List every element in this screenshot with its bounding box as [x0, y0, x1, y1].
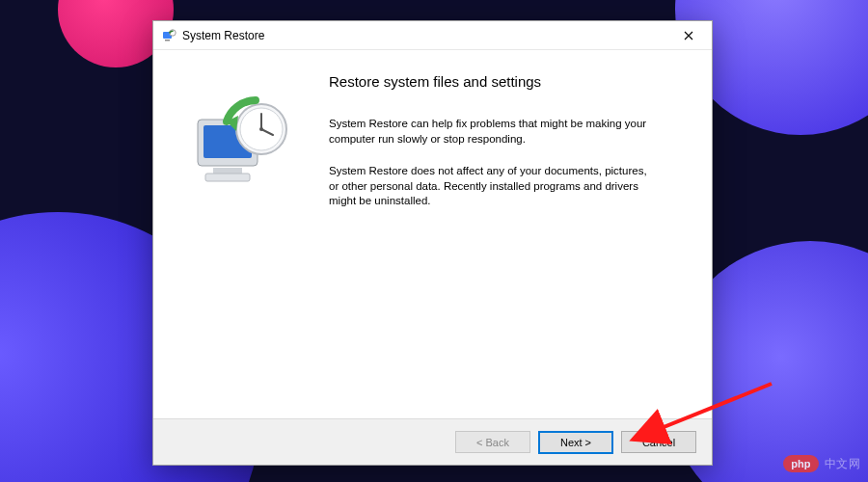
desktop-wallpaper: System Restore	[0, 0, 868, 482]
close-button[interactable]	[666, 21, 710, 49]
next-button[interactable]: Next >	[538, 431, 613, 454]
svg-rect-7	[205, 174, 250, 181]
svg-rect-1	[165, 40, 170, 41]
window-title: System Restore	[182, 29, 666, 42]
close-icon	[684, 27, 693, 44]
dialog-footer: < Back Next > Cancel	[153, 418, 712, 465]
cancel-button[interactable]: Cancel	[621, 431, 696, 453]
wizard-paragraph: System Restore can help fix problems tha…	[329, 117, 647, 147]
svg-rect-6	[213, 168, 242, 174]
wizard-illustration	[175, 67, 310, 418]
svg-point-12	[259, 127, 263, 131]
watermark-text: 中文网	[825, 456, 861, 472]
system-restore-dialog: System Restore	[152, 20, 713, 466]
wizard-heading: Restore system files and settings	[329, 73, 689, 90]
dialog-content: Restore system files and settings System…	[329, 67, 689, 418]
dialog-body: Restore system files and settings System…	[153, 50, 712, 418]
wizard-paragraph: System Restore does not affect any of yo…	[329, 164, 647, 209]
watermark-logo: php	[783, 455, 818, 472]
watermark: php 中文网	[783, 455, 860, 472]
system-restore-icon	[161, 28, 176, 43]
titlebar[interactable]: System Restore	[153, 21, 712, 50]
back-button: < Back	[455, 431, 530, 453]
